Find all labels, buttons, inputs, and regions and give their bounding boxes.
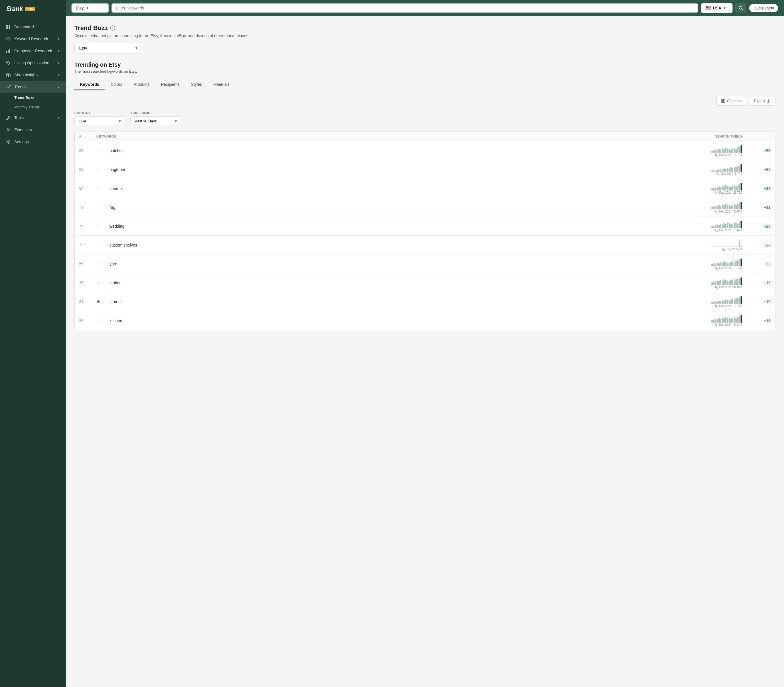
trend-bar bbox=[713, 150, 715, 153]
country-filter-select[interactable]: USA ▼ bbox=[74, 117, 126, 126]
star-icon[interactable]: ☆ bbox=[96, 261, 100, 266]
sidebar-item-settings-left: Settings bbox=[6, 139, 29, 145]
trend-bar bbox=[735, 298, 737, 304]
star-icon[interactable]: ☆ bbox=[96, 280, 100, 286]
trend-volume: 0 bbox=[740, 248, 742, 251]
tab-styles[interactable]: Styles bbox=[185, 79, 208, 90]
trend-bar bbox=[737, 298, 738, 304]
trend-bar bbox=[732, 279, 733, 285]
star-icon[interactable]: ☆ bbox=[96, 167, 100, 172]
trend-bar bbox=[711, 264, 713, 266]
topbar-marketplace-select[interactable]: Etsy ▼ bbox=[72, 3, 109, 13]
more-options-icon[interactable]: ⋮ bbox=[103, 242, 107, 248]
tab-keywords[interactable]: Keywords bbox=[74, 79, 105, 90]
star-icon[interactable]: ☆ bbox=[96, 224, 100, 229]
more-options-icon[interactable]: ⋮ bbox=[103, 204, 107, 210]
more-options-icon[interactable]: ⋮ bbox=[103, 186, 107, 191]
sidebar-item-keyword-research[interactable]: Keyword Research ▼ bbox=[0, 33, 66, 45]
sidebar-item-extension[interactable]: Extension bbox=[0, 124, 66, 136]
sidebar-sub-trend-buzz[interactable]: Trend Buzz bbox=[0, 93, 66, 102]
star-icon[interactable]: ☆ bbox=[96, 318, 100, 323]
svg-rect-7 bbox=[8, 50, 8, 53]
topbar-country-chevron: ▼ bbox=[723, 6, 726, 10]
trending-desc: The most searched keywords on Etsy. bbox=[74, 69, 776, 74]
topbar-country-select[interactable]: 🇺🇸 USA ▼ bbox=[701, 3, 733, 13]
trend-chart bbox=[711, 220, 742, 228]
export-button[interactable]: Export bbox=[749, 96, 776, 105]
trend-search-icon: 🔍 bbox=[722, 248, 725, 251]
trend-chart bbox=[711, 182, 742, 191]
trend-bar bbox=[718, 247, 720, 247]
tab-colors[interactable]: Colors bbox=[105, 79, 128, 90]
trend-bar bbox=[720, 169, 722, 172]
trend-date: Dec 2024 bbox=[719, 286, 732, 289]
trend-cell: 🔍 Dec 2024 19,760 bbox=[679, 296, 742, 307]
trend-bar bbox=[732, 204, 733, 209]
table-body: 62 ☆ ⋮ patches 🔍 Dec 2024 14,790 +55 65 … bbox=[75, 141, 775, 330]
more-options-icon[interactable]: ⋮ bbox=[103, 224, 107, 229]
more-options-icon[interactable]: ⋮ bbox=[103, 261, 107, 266]
trend-bar bbox=[720, 150, 722, 153]
columns-button[interactable]: Columns bbox=[716, 96, 746, 105]
trend-bar bbox=[732, 148, 733, 153]
content-area: Trend Buzz i Discover what people are se… bbox=[66, 16, 784, 687]
tab-materials[interactable]: Materials bbox=[208, 79, 235, 90]
trend-bar bbox=[739, 240, 740, 247]
sidebar-item-competitor-research[interactable]: Competitor Research ▼ bbox=[0, 45, 66, 57]
star-icon[interactable]: ☆ bbox=[96, 148, 100, 153]
sidebar-item-tools[interactable]: Tools ▼ bbox=[0, 112, 66, 124]
sidebar: Ɛrank PRO Dashboard Keyword Research ▼ bbox=[0, 0, 66, 687]
star-icon[interactable]: ☆ bbox=[96, 204, 100, 210]
more-options-icon[interactable]: ⋮ bbox=[103, 299, 107, 304]
svg-line-14 bbox=[742, 9, 743, 10]
sidebar-item-dashboard[interactable]: Dashboard bbox=[0, 21, 66, 33]
star-icon[interactable]: ★ bbox=[96, 299, 100, 304]
trend-search-icon: 🔍 bbox=[714, 229, 718, 232]
more-options-icon[interactable]: ⋮ bbox=[103, 318, 107, 323]
country-filter-value: USA bbox=[79, 119, 86, 123]
sidebar-item-extension-left: Extension bbox=[6, 127, 32, 132]
trend-buzz-label: Trend Buzz bbox=[14, 95, 34, 100]
svg-rect-11 bbox=[8, 75, 9, 77]
tag-icon bbox=[6, 60, 11, 66]
sidebar-item-listing-optimization[interactable]: Listing Optimization ▼ bbox=[0, 57, 66, 69]
trend-bar bbox=[722, 318, 723, 323]
timeframe-filter-select[interactable]: Past 30 Days ▼ bbox=[130, 117, 182, 126]
sidebar-item-competitor-research-left: Competitor Research bbox=[6, 48, 52, 54]
page-description: Discover what people are searching for o… bbox=[74, 33, 776, 38]
tab-styles-label: Styles bbox=[191, 82, 202, 87]
trend-bar bbox=[727, 300, 728, 304]
keyword-text: rug bbox=[110, 205, 115, 210]
category-tabs: Keywords Colors Products Recipients Styl… bbox=[74, 79, 776, 90]
sidebar-sub-monthly-trends[interactable]: Monthly Trends bbox=[0, 102, 66, 112]
trend-bar bbox=[734, 317, 735, 323]
sidebar-item-trends[interactable]: Trends ▲ bbox=[0, 81, 66, 93]
trend-bar bbox=[737, 185, 738, 191]
tab-products[interactable]: Products bbox=[128, 79, 155, 90]
more-options-icon[interactable]: ⋮ bbox=[103, 167, 107, 172]
page-info-icon[interactable]: i bbox=[110, 25, 115, 31]
sidebar-item-settings[interactable]: Settings bbox=[0, 136, 66, 148]
trend-bar bbox=[723, 247, 725, 247]
more-options-icon[interactable]: ⋮ bbox=[103, 280, 107, 286]
trend-bar bbox=[730, 319, 732, 323]
trend-bar bbox=[727, 186, 728, 191]
trend-bar bbox=[713, 226, 715, 228]
trend-bar bbox=[727, 222, 728, 228]
search-icon bbox=[6, 36, 11, 41]
country-filter-label: COUNTRY bbox=[74, 111, 126, 115]
trend-bar bbox=[713, 302, 715, 304]
marketplace-dropdown[interactable]: Etsy ▼ bbox=[74, 43, 143, 54]
tab-recipients[interactable]: Recipients bbox=[155, 79, 185, 90]
trend-bar bbox=[715, 150, 716, 153]
topbar-search-button[interactable] bbox=[735, 3, 746, 13]
keyword-text: yarn bbox=[110, 262, 117, 266]
table-row: 70 ☆ ⋮ wedding 🔍 Dec 2024 13,620 +28 bbox=[75, 217, 775, 236]
sidebar-item-shop-insights[interactable]: Shop Insights ▼ bbox=[0, 69, 66, 81]
trend-bar bbox=[718, 281, 720, 285]
star-icon[interactable]: ☆ bbox=[96, 242, 100, 248]
star-icon[interactable]: ☆ bbox=[96, 186, 100, 191]
more-options-icon[interactable]: ⋮ bbox=[103, 148, 107, 153]
trend-bar bbox=[715, 281, 716, 285]
topbar-keyword-input[interactable] bbox=[112, 3, 698, 13]
